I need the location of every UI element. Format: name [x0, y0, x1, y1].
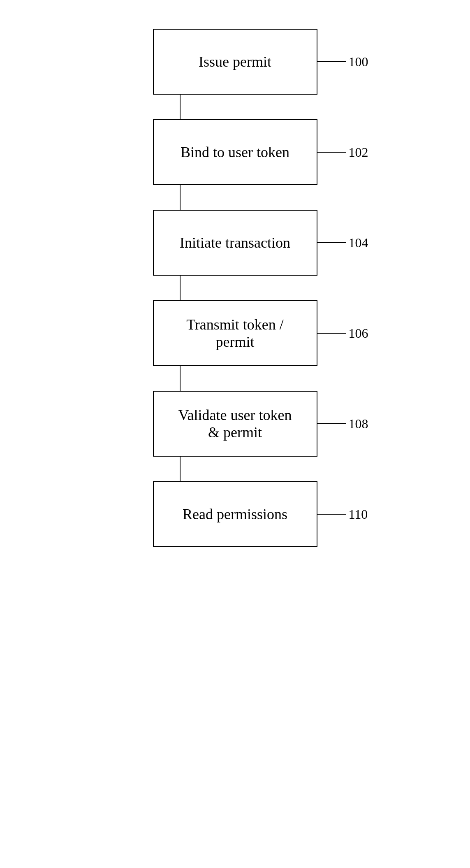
step-label-text-100: Issue permit: [199, 53, 271, 70]
ref-number-104: 104: [349, 235, 368, 251]
step-box-102: Bind to user token: [153, 119, 317, 185]
step-wrapper-102: Bind to user token102: [91, 119, 379, 185]
step-ref-label-102: 102: [317, 145, 371, 160]
step-ref-label-108: 108: [317, 416, 371, 432]
ref-number-106: 106: [349, 326, 368, 341]
step-wrapper-110: Read permissions110: [91, 481, 379, 547]
connector-after-100: [91, 95, 379, 119]
box-row-102: Bind to user token102: [91, 119, 379, 185]
flowchart: Issue permit100Bind to user token102Init…: [91, 16, 379, 547]
box-row-104: Initiate transaction104: [91, 210, 379, 276]
ref-number-100: 100: [349, 54, 368, 70]
ref-line-102: [317, 152, 346, 153]
connector-line-104: [180, 276, 181, 300]
step-wrapper-104: Initiate transaction104: [91, 210, 379, 276]
step-label-text-108: Validate user token& permit: [178, 406, 292, 441]
ref-line-104: [317, 242, 346, 243]
step-wrapper-106: Transmit token /permit106: [91, 300, 379, 366]
step-wrapper-108: Validate user token& permit108: [91, 391, 379, 457]
step-label-text-110: Read permissions: [183, 506, 287, 523]
ref-line-100: [317, 61, 346, 62]
step-ref-label-100: 100: [317, 54, 371, 70]
step-box-100: Issue permit: [153, 29, 317, 95]
step-ref-label-106: 106: [317, 326, 371, 341]
connector-after-104: [91, 276, 379, 300]
box-row-106: Transmit token /permit106: [91, 300, 379, 366]
step-label-text-106: Transmit token /permit: [186, 316, 284, 350]
connector-after-106: [91, 366, 379, 391]
box-row-100: Issue permit100: [91, 29, 379, 95]
connector-after-102: [91, 185, 379, 210]
step-box-110: Read permissions: [153, 481, 317, 547]
step-box-104: Initiate transaction: [153, 210, 317, 276]
step-label-text-104: Initiate transaction: [180, 234, 290, 251]
step-box-106: Transmit token /permit: [153, 300, 317, 366]
connector-line-106: [180, 366, 181, 391]
connector-line-100: [180, 95, 181, 119]
ref-line-108: [317, 423, 346, 424]
ref-line-106: [317, 333, 346, 334]
ref-number-102: 102: [349, 145, 368, 160]
step-box-108: Validate user token& permit: [153, 391, 317, 457]
box-row-108: Validate user token& permit108: [91, 391, 379, 457]
step-wrapper-100: Issue permit100: [91, 29, 379, 95]
box-row-110: Read permissions110: [91, 481, 379, 547]
connector-line-102: [180, 185, 181, 210]
connector-line-108: [180, 457, 181, 481]
ref-number-110: 110: [349, 507, 368, 522]
ref-number-108: 108: [349, 416, 368, 432]
ref-line-110: [317, 514, 346, 515]
step-label-text-102: Bind to user token: [181, 144, 289, 161]
connector-after-108: [91, 457, 379, 481]
step-ref-label-110: 110: [317, 507, 371, 522]
step-ref-label-104: 104: [317, 235, 371, 251]
